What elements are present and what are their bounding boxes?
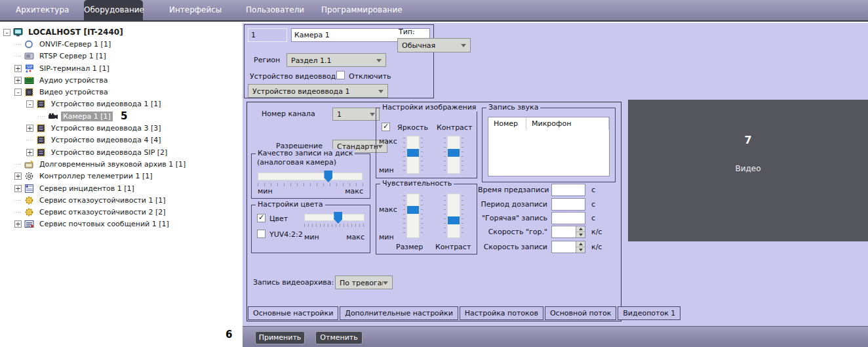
tree-item-mail-service[interactable]: + Сервис почтовых сообщений 1 [1] — [0, 218, 243, 230]
tree-item-label: Сервис отказоустойчивости 1 [1] — [37, 195, 168, 205]
tree-item-label: Сервис почтовых сообщений 1 [1] — [37, 219, 171, 229]
expand-icon[interactable]: + — [14, 65, 22, 72]
tree-item-label: Устройство видеоввода 1 [1] — [49, 99, 163, 109]
tab-main-stream[interactable]: Основной поток — [545, 306, 616, 320]
channel-value: 1 — [337, 110, 342, 119]
tree-item-video-capture-3[interactable]: + Устройство видеоввода 3 [3] — [0, 122, 243, 134]
tree-item-label: SIP-терминал 1 [1] — [37, 64, 111, 73]
menu-programming[interactable]: Программирование — [321, 0, 403, 20]
contrast-label: Контраст — [437, 123, 472, 132]
tree-item-sip-terminal[interactable]: + SIP SIP-терминал 1 [1] — [0, 62, 243, 74]
disk-quality-slider[interactable] — [258, 173, 363, 180]
color-checkbox[interactable] — [257, 214, 266, 222]
postrecord-unit: с — [591, 200, 595, 209]
tree-item-incident-server[interactable]: + Сервер инцидентов 1 [1] — [0, 182, 243, 194]
application-window: Архитектура Оборудование Интерфейсы Поль… — [0, 0, 868, 347]
capture-device-icon — [36, 100, 47, 108]
collapse-icon[interactable]: - — [26, 100, 33, 108]
tree-connector — [14, 161, 22, 168]
tree-item-video-devices[interactable]: - Видео устройства — [0, 86, 243, 98]
capture-device-dropdown[interactable]: Устройство видеоввода 1 — [248, 84, 388, 98]
microphone-table[interactable]: Номер Микрофон — [488, 117, 610, 176]
disk-quality-subtitle: (аналоговая камера) — [257, 158, 336, 167]
expand-icon[interactable]: + — [14, 185, 22, 192]
tree-item-camera-1[interactable]: Камера 1 [1] 5 — [0, 110, 243, 122]
expand-icon[interactable]: + — [14, 220, 22, 228]
tab-basic-settings[interactable]: Основные настройки — [248, 306, 338, 320]
color-slider[interactable] — [304, 214, 365, 221]
max-label: макс — [345, 187, 363, 195]
cancel-button[interactable]: Отменить — [315, 331, 363, 344]
expand-icon[interactable]: + — [26, 149, 33, 156]
tab-additional-settings[interactable]: Дополнительные настройки — [340, 306, 458, 320]
tree-item-rtsp-server[interactable]: RTSP Сервер 1 [1] — [0, 51, 243, 62]
type-value: Обычная — [402, 41, 435, 50]
sensitivity-contrast-slider[interactable] — [447, 194, 460, 238]
tab-stream-setup[interactable]: Настройка потоков — [460, 306, 543, 320]
size-slider[interactable] — [406, 194, 420, 238]
spin-down-icon[interactable] — [576, 232, 585, 237]
tree-item-label: LOCALHOST [IT-2440] — [26, 27, 125, 37]
contrast-slider[interactable] — [447, 136, 460, 174]
slider-thumb[interactable] — [407, 206, 419, 214]
collapse-icon[interactable]: - — [14, 89, 22, 96]
archive-mode-dropdown[interactable]: По тревогам — [335, 276, 393, 289]
brightness-label: Яркость — [397, 123, 428, 132]
type-dropdown[interactable]: Обычная — [397, 38, 471, 52]
spin-up-icon[interactable] — [576, 226, 585, 232]
tree-item-audio-devices[interactable]: + Аудио устройства — [0, 74, 243, 86]
record-speed-spinner[interactable] — [551, 241, 585, 253]
prerecord-input[interactable] — [551, 184, 585, 196]
disk-quality-group: Качество записи на диск (аналоговая каме… — [251, 153, 370, 199]
tree-item-failover-1[interactable]: Сервис отказоустойчивости 1 [1] — [0, 194, 243, 206]
postrecord-input[interactable] — [551, 198, 585, 211]
collapse-icon[interactable]: - — [3, 29, 10, 36]
basic-settings-panel: Номер канала 1 Разрешение Стандартн Каче… — [247, 102, 621, 321]
chevron-down-icon — [378, 90, 384, 93]
audio-card-icon — [24, 76, 35, 85]
tree-item-video-capture-4[interactable]: Устройство видеоввода 4 [4] — [0, 134, 243, 146]
hot-speed-spinner[interactable] — [551, 226, 585, 238]
menu-architecture[interactable]: Архитектура — [16, 0, 69, 20]
slider-thumb[interactable] — [448, 149, 460, 157]
capture-device-icon — [36, 148, 47, 157]
tree-item-onvif-server[interactable]: ONVIF-Сервер 1 [1] — [0, 38, 243, 50]
slider-thumb[interactable] — [334, 212, 342, 224]
hot-speed-label: Скорость "гор." — [478, 228, 547, 236]
capture-device-icon — [36, 136, 47, 144]
menu-interfaces[interactable]: Интерфейсы — [169, 0, 222, 20]
image-enabled-checkbox[interactable] — [382, 123, 390, 131]
audio-record-title: Запись звука — [486, 103, 540, 112]
menu-users[interactable]: Пользователи — [246, 0, 304, 20]
yuv-checkbox[interactable] — [257, 230, 266, 238]
tree-item-video-capture-sip[interactable]: + Устройство видеоввода SIP [2] — [0, 146, 243, 158]
prerecord-unit: с — [591, 186, 595, 194]
color-settings-group: Настройки цвета Цвет YUV4:2:2 мин макс — [251, 205, 370, 253]
channel-dropdown[interactable]: 1 — [332, 108, 380, 121]
expand-icon[interactable]: + — [14, 173, 22, 180]
apply-button[interactable]: Применить — [255, 331, 305, 344]
menu-equipment[interactable]: Оборудование — [84, 0, 143, 20]
device-tree-panel: - LOCALHOST [IT-2440] ONVIF-Сервер 1 [1]… — [0, 23, 243, 347]
slider-thumb[interactable] — [448, 216, 460, 224]
tree-item-failover-2[interactable]: Сервис отказоустойчивости 2 [2] — [0, 206, 243, 218]
tree-item-telemetry-controller[interactable]: + Контроллер телеметрии 1 [1] — [0, 171, 243, 182]
hot-record-input[interactable] — [551, 212, 585, 224]
spin-down-icon[interactable] — [576, 247, 585, 253]
video-preview[interactable]: 7 Видео — [628, 100, 868, 241]
object-id-field[interactable] — [248, 28, 287, 42]
camera-settings-area: Регион Раздел 1.1 Устройство видеоввода … — [243, 23, 868, 326]
disable-checkbox[interactable] — [336, 71, 345, 79]
spin-up-icon[interactable] — [576, 241, 585, 247]
tree-item-video-capture-1[interactable]: - Устройство видеоввода 1 [1] — [0, 98, 243, 110]
region-dropdown[interactable]: Раздел 1.1 — [286, 53, 386, 67]
brightness-slider[interactable] — [406, 136, 420, 174]
expand-icon[interactable]: + — [26, 125, 33, 132]
tab-video-stream-1[interactable]: Видеопоток 1 — [618, 306, 681, 320]
tree-item-localhost[interactable]: - LOCALHOST [IT-2440] — [0, 26, 243, 38]
max-label: макс — [379, 137, 397, 146]
slider-thumb[interactable] — [407, 149, 419, 157]
expand-icon[interactable]: + — [14, 77, 22, 84]
tree-item-sound-archive[interactable]: Долговременный звуковой архив 1 [1] — [0, 158, 243, 170]
slider-thumb[interactable] — [324, 171, 332, 182]
